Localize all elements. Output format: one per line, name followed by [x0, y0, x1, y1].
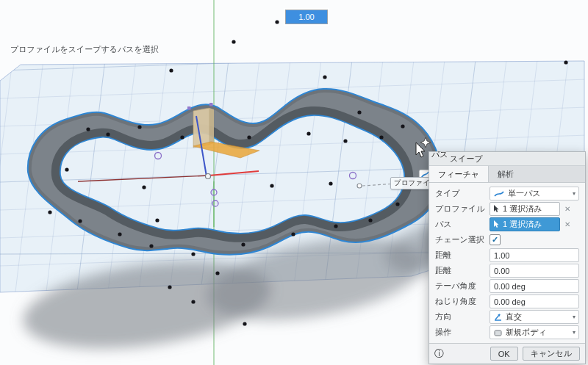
field-row-chain: チェーン選択 ✓ [429, 232, 585, 247]
twist-angle-input[interactable]: 0.00 deg [490, 294, 579, 308]
sketch-point[interactable] [169, 68, 173, 72]
sketch-point[interactable] [247, 135, 251, 139]
fusion-viewport-window: プロファイルをスイープするパスを選択 1.00 プロファイル パス スイープ フ… [0, 0, 588, 365]
perpendicular-icon [493, 313, 503, 322]
check-icon: ✓ [492, 236, 498, 244]
sketch-point[interactable] [343, 139, 347, 142]
cursor-icon [493, 205, 500, 213]
field-row-path: パス 1 選択済み ✕ [429, 217, 585, 232]
field-row-profile: プロファイル 1 選択済み ✕ [429, 201, 585, 217]
sketch-point[interactable] [215, 271, 219, 275]
chevron-down-icon: ▾ [573, 190, 576, 197]
sketch-point[interactable] [334, 224, 337, 228]
sketch-point[interactable] [180, 135, 184, 139]
direction-select[interactable]: 直交 ▾ [490, 310, 579, 324]
sketch-point[interactable] [78, 219, 82, 223]
path-select-button[interactable]: 1 選択済み [490, 217, 560, 231]
sketch-point[interactable] [291, 232, 295, 236]
profile-label: プロファイル [435, 203, 490, 214]
field-row-operation: 操作 新規ボディ ▾ [429, 325, 585, 340]
sketch-point[interactable] [323, 75, 326, 79]
sketch-point[interactable] [191, 252, 195, 256]
sketch-point[interactable] [270, 184, 273, 187]
operation-label: 操作 [435, 327, 490, 338]
sketch-point[interactable] [137, 125, 141, 129]
distance2-input[interactable]: 0.00 [490, 264, 579, 278]
sketch-point[interactable] [395, 202, 399, 206]
single-path-icon [493, 189, 505, 198]
sketch-point[interactable] [191, 300, 195, 303]
type-select[interactable]: 単一パス ▾ [490, 187, 579, 200]
reference-point[interactable] [357, 184, 362, 188]
sketch-point[interactable] [155, 218, 159, 222]
type-label: タイプ [435, 188, 490, 199]
sketch-point[interactable] [65, 167, 68, 171]
dialog-titlebar[interactable]: スイープ [429, 152, 585, 166]
chevron-down-icon: ▾ [573, 329, 576, 336]
path-selection-count: 1 選択済み [503, 219, 542, 230]
sketch-point[interactable] [106, 132, 110, 136]
field-row-direction: 方向 直交 ▾ [429, 309, 585, 325]
sketch-point[interactable] [241, 242, 245, 246]
sketch-point[interactable] [86, 127, 90, 131]
twist-angle-label: ねじり角度 [435, 296, 490, 307]
sketch-point[interactable] [142, 185, 146, 189]
dialog-title: スイープ [450, 154, 483, 163]
chain-select-checkbox[interactable]: ✓ [490, 234, 501, 245]
dialog-body: タイプ 単一パス ▾ プロファイル [429, 183, 585, 343]
path-label: パス [435, 219, 490, 230]
sketch-point[interactable] [48, 210, 51, 214]
dimension-value: 1.00 [286, 10, 327, 24]
chain-select-label: チェーン選択 [435, 234, 490, 245]
tab-analysis[interactable]: 解析 [489, 166, 523, 182]
dimension-input[interactable]: 1.00 [285, 10, 328, 24]
sketch-point[interactable] [149, 244, 153, 247]
direction-label: 方向 [435, 311, 490, 322]
cursor-icon [493, 220, 500, 228]
clear-path-icon[interactable]: ✕ [564, 220, 570, 228]
sketch-point[interactable] [306, 131, 310, 135]
new-body-icon [493, 328, 503, 337]
status-hint: プロファイルをスイープするパスを選択 [10, 44, 159, 55]
cancel-button[interactable]: キャンセル [523, 347, 580, 361]
origin-point[interactable] [206, 174, 211, 179]
sketch-point[interactable] [232, 40, 235, 43]
distance1-label: 距離 [435, 250, 490, 261]
sketch-point[interactable] [168, 285, 171, 289]
type-value: 単一パス [508, 188, 541, 199]
sketch-point[interactable] [275, 20, 279, 24]
tab-feature[interactable]: フィーチャ [429, 166, 489, 182]
sketch-point[interactable] [368, 218, 372, 222]
field-row-type: タイプ 単一パス ▾ [429, 186, 585, 201]
dialog-tabs: フィーチャ 解析 [429, 166, 585, 183]
info-icon[interactable]: ⓘ [434, 347, 444, 361]
operation-value: 新規ボディ [506, 327, 547, 338]
sketch-point[interactable] [243, 322, 246, 325]
field-row-taper: テーパ角度 0.00 deg [429, 278, 585, 294]
sketch-point[interactable] [329, 181, 332, 185]
chevron-down-icon: ▾ [573, 314, 576, 320]
profile-select-button[interactable]: 1 選択済み [490, 202, 560, 216]
sketch-point[interactable] [118, 232, 121, 236]
path-cursor-label: パス [431, 149, 448, 160]
sketch-point[interactable] [401, 124, 404, 128]
operation-select[interactable]: 新規ボディ ▾ [490, 325, 579, 339]
taper-angle-label: テーパ角度 [435, 281, 490, 292]
field-row-distance2: 距離 0.00 [429, 263, 585, 278]
field-row-distance1: 距離 1.00 [429, 247, 585, 263]
sketch-point[interactable] [564, 60, 567, 64]
distance1-input[interactable]: 1.00 [490, 248, 579, 262]
field-row-twist: ねじり角度 0.00 deg [429, 294, 585, 309]
direction-value: 直交 [506, 311, 522, 322]
dialog-footer: ⓘ OK キャンセル [429, 343, 585, 364]
profile-selection-count: 1 選択済み [503, 203, 542, 214]
sketch-point[interactable] [379, 135, 383, 139]
clear-profile-icon[interactable]: ✕ [564, 205, 570, 213]
taper-angle-value: 0.00 deg [494, 282, 526, 291]
distance1-value: 1.00 [494, 251, 509, 260]
taper-angle-input[interactable]: 0.00 deg [490, 279, 579, 293]
twist-angle-value: 0.00 deg [494, 297, 526, 306]
sweep-dialog: スイープ フィーチャ 解析 タイプ 単一パス ▾ [429, 151, 586, 364]
sketch-point[interactable] [357, 110, 361, 114]
ok-button[interactable]: OK [490, 347, 518, 361]
